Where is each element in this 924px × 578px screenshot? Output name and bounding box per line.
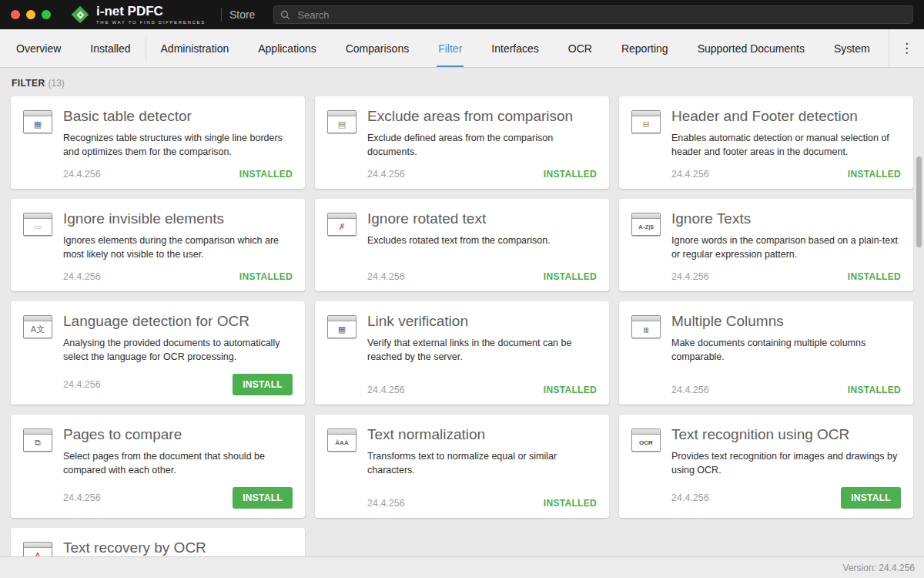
card-text: Language detection for OCR Analysing the… — [63, 313, 293, 364]
plugin-card[interactable]: ✗ Ignore rotated text Excludes rotated t… — [315, 199, 609, 291]
plugin-card[interactable]: OCR Text recognition using OCR Provides … — [619, 415, 913, 518]
plugin-icon-glyph: A文 — [31, 325, 45, 334]
tab-applications[interactable]: Applications — [243, 29, 331, 67]
plugin-description: Exclude defined areas from the compariso… — [367, 131, 597, 159]
tab-system[interactable]: System — [819, 29, 885, 67]
card-grid: ▦ Basic table detector Recognizes table … — [11, 96, 913, 556]
plugin-icon-body: ÂAÀ — [328, 435, 356, 451]
title-bar: i-net PDFC THE WAY TO FIND DIFFERENCES S… — [0, 0, 924, 29]
plugin-icon-glyph: ⧉ — [35, 439, 41, 447]
plugin-icon-titlebar — [24, 316, 52, 321]
card-top: ⊟ Header and Footer detection Enables au… — [631, 108, 901, 159]
plugin-version: 24.4.256 — [63, 271, 101, 282]
minimize-window-button[interactable] — [26, 10, 35, 19]
plugin-card[interactable]: ▦ Link verification Verify that external… — [315, 301, 609, 405]
plugin-card[interactable]: ||| Multiple Columns Make documents cont… — [619, 301, 913, 405]
tab-filter[interactable]: Filter — [424, 29, 477, 67]
card-footer: 24.4.256 INSTALLED — [367, 375, 597, 395]
tab-overview[interactable]: Overview — [2, 29, 75, 67]
tab-administration[interactable]: Administration — [146, 29, 244, 67]
card-footer: 24.4.256 INSTALLED — [367, 159, 597, 180]
plugin-title: Exclude areas from comparison — [367, 108, 597, 125]
tab-supported-documents[interactable]: Supported Documents — [683, 29, 819, 67]
tab-label: Interfaces — [491, 42, 538, 55]
installed-status: INSTALLED — [544, 169, 597, 180]
close-window-button[interactable] — [11, 10, 20, 19]
section-heading: FILTER(13) — [11, 68, 913, 96]
more-options-icon[interactable] — [889, 29, 924, 67]
plugin-card[interactable]: ⧉ Pages to compare Select pages from the… — [11, 415, 305, 518]
plugin-card[interactable]: ▭ Ignore invisible elements Ignores elem… — [11, 199, 305, 291]
tab-comparisons[interactable]: Comparisons — [331, 29, 424, 67]
plugin-title: Text normalization — [367, 426, 597, 443]
card-footer: 24.4.256 INSTALLED — [63, 159, 293, 180]
plugin-card[interactable]: A Text recovery by OCR A filter that use… — [11, 528, 305, 556]
plugin-icon-glyph: A-Z|$ — [638, 224, 654, 230]
card-top: A-Z|$ Ignore Texts Ignore words in the c… — [631, 210, 901, 261]
tab-label: Overview — [16, 42, 61, 55]
card-top: ▤ Exclude areas from comparison Exclude … — [327, 108, 597, 159]
card-top: ▦ Basic table detector Recognizes table … — [23, 108, 293, 159]
tab-reporting[interactable]: Reporting — [607, 29, 683, 67]
plugin-description: Provides text recognition for images and… — [671, 449, 901, 477]
plugin-version: 24.4.256 — [671, 385, 709, 395]
plugin-icon-glyph: ⊟ — [642, 120, 649, 129]
card-footer: 24.4.256 INSTALL — [63, 477, 293, 509]
filter-heading: FILTER — [12, 78, 45, 89]
card-top: ✗ Ignore rotated text Excludes rotated t… — [327, 210, 597, 247]
plugin-card[interactable]: ▦ Basic table detector Recognizes table … — [11, 96, 305, 189]
card-text: Text normalization Transforms text to no… — [367, 426, 597, 477]
plugin-icon-body: ⧉ — [24, 435, 52, 451]
plugin-card[interactable]: ÂAÀ Text normalization Transforms text t… — [315, 415, 609, 518]
plugin-card[interactable]: A文 Language detection for OCR Analysing … — [11, 301, 305, 405]
content-area: FILTER(13) ▦ Basic table detector Recogn… — [0, 68, 924, 556]
multiple-columns-icon: ||| — [631, 315, 661, 338]
plugin-version: 24.4.256 — [671, 492, 709, 503]
install-button[interactable]: INSTALL — [841, 487, 901, 509]
zoom-window-button[interactable] — [42, 10, 51, 19]
card-footer: 24.4.256 INSTALL — [63, 364, 293, 395]
card-top: ▦ Link verification Verify that external… — [327, 313, 597, 364]
card-text: Header and Footer detection Enables auto… — [671, 108, 901, 159]
search-input[interactable] — [296, 8, 906, 22]
plugin-card[interactable]: A-Z|$ Ignore Texts Ignore words in the c… — [619, 199, 913, 291]
installed-status: INSTALLED — [848, 169, 901, 180]
search-box[interactable] — [273, 5, 913, 24]
card-top: OCR Text recognition using OCR Provides … — [631, 426, 901, 477]
plugin-icon-glyph: OCR — [639, 440, 653, 446]
plugin-icon-body: ▭ — [24, 219, 52, 235]
installed-status: INSTALLED — [848, 385, 901, 395]
plugin-card[interactable]: ▤ Exclude areas from comparison Exclude … — [315, 96, 609, 189]
text-normalization-icon: ÂAÀ — [327, 428, 357, 452]
tab-ocr[interactable]: OCR — [554, 29, 607, 67]
install-button[interactable]: INSTALL — [233, 487, 293, 509]
titlebar-divider — [221, 8, 222, 22]
card-top: ||| Multiple Columns Make documents cont… — [631, 313, 901, 364]
card-text: Pages to compare Select pages from the d… — [63, 426, 293, 477]
plugin-icon-titlebar — [24, 543, 52, 548]
plugin-description: Analysing the provided documents to auto… — [63, 336, 293, 364]
plugin-icon-titlebar — [328, 213, 356, 219]
tab-interfaces[interactable]: Interfaces — [477, 29, 553, 67]
plugin-card[interactable]: ⊟ Header and Footer detection Enables au… — [619, 96, 913, 189]
plugin-icon-glyph: ||| — [644, 327, 649, 333]
plugin-icon-titlebar — [328, 429, 356, 435]
installed-status: INSTALLED — [239, 271, 293, 282]
tab-label: Filter — [438, 42, 462, 55]
tab-installed[interactable]: Installed — [75, 29, 145, 67]
plugin-version: 24.4.256 — [63, 169, 101, 180]
install-button[interactable]: INSTALL — [233, 374, 293, 395]
plugin-icon-glyph: ▤ — [338, 120, 346, 129]
installed-status: INSTALLED — [848, 271, 901, 282]
vertical-scrollbar[interactable] — [916, 156, 922, 247]
plugin-icon-body: ✗ — [328, 219, 356, 235]
nav-bar: OverviewInstalledAdministrationApplicati… — [0, 29, 924, 68]
status-bar: Version: 24.4.256 — [0, 556, 924, 578]
installed-status: INSTALLED — [544, 271, 597, 282]
plugin-title: Ignore invisible elements — [63, 210, 293, 227]
tab-label: System — [834, 42, 870, 55]
plugin-title: Link verification — [367, 313, 597, 330]
card-text: Ignore rotated text Excludes rotated tex… — [367, 210, 597, 247]
card-text: Ignore invisible elements Ignores elemen… — [63, 210, 293, 261]
plugin-icon-titlebar — [632, 429, 660, 435]
